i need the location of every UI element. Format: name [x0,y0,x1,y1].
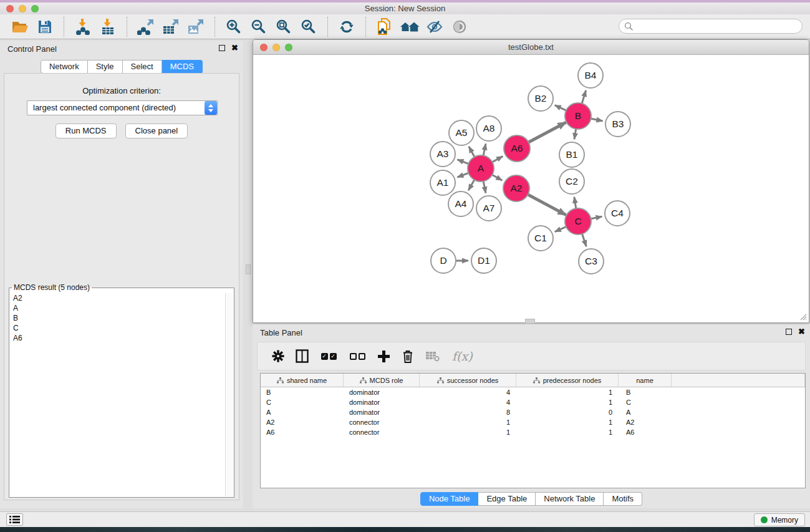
node-B2[interactable]: B2 [528,86,553,111]
import-table-icon[interactable] [97,17,118,37]
refresh-layout-icon[interactable] [336,17,357,37]
delete-row-icon[interactable] [402,347,414,365]
show-all-icon[interactable] [449,17,470,37]
zoom-out-icon[interactable] [248,17,269,37]
tab-mcds[interactable]: MCDS [162,60,203,74]
resize-grip-icon[interactable] [798,312,807,321]
minimize-window-button[interactable] [19,5,26,12]
tab-select[interactable]: Select [123,60,162,74]
svg-text:A7: A7 [483,203,495,213]
split-columns-icon[interactable] [296,347,309,365]
table-cell: A [619,407,672,417]
column-header-successor-nodes[interactable]: successor nodes [420,374,516,387]
export-table-icon[interactable] [160,17,181,37]
node-A8[interactable]: A8 [476,116,501,141]
search-input[interactable] [619,19,803,34]
close-window-button[interactable] [6,5,14,12]
close-network-button[interactable] [260,44,268,51]
table-settings-icon[interactable] [272,347,284,365]
node-C4[interactable]: C4 [605,201,630,226]
node-A3[interactable]: A3 [430,142,455,167]
close-table-panel-icon[interactable]: ✖ [798,329,805,335]
zoom-selected-icon[interactable] [298,17,319,37]
tab-network-table[interactable]: Network Table [536,492,604,506]
tab-motifs[interactable]: Motifs [604,492,642,506]
node-A4[interactable]: A4 [448,191,473,216]
network-canvas[interactable]: AA1A2A3A4A5A6A7A8BB1B2B3B4CC1C2C3C4DD1 [254,56,808,322]
node-A1[interactable]: A1 [430,170,455,195]
import-network-icon[interactable] [72,17,94,37]
maximize-network-button[interactable] [285,44,292,51]
tab-network[interactable]: Network [41,60,88,74]
mcds-result-list[interactable]: A2ABCA6 [10,293,224,496]
duplicate-network-icon[interactable] [374,17,395,37]
control-panel: Control Panel ✖ NetworkStyleSelectMCDS O… [0,41,243,508]
node-B1[interactable]: B1 [559,142,584,167]
mcds-result-item[interactable]: B [10,313,224,323]
node-A6[interactable]: A6 [504,135,530,162]
minimize-network-button[interactable] [272,44,280,51]
deselect-all-icon[interactable] [349,347,366,365]
tab-edge-table[interactable]: Edge Table [478,492,536,506]
table-row[interactable]: Adominator80A [261,407,805,417]
node-C[interactable]: C [565,208,591,235]
mcds-result-item[interactable]: A2 [10,293,224,303]
zoom-fit-icon[interactable] [273,17,294,37]
maximize-window-button[interactable] [31,5,39,12]
toolbar-separator [215,17,215,37]
node-A2[interactable]: A2 [503,175,529,201]
zoom-in-icon[interactable] [223,17,244,37]
node-C1[interactable]: C1 [528,226,553,251]
node-A[interactable]: A [468,155,494,181]
node-C2[interactable]: C2 [559,169,584,194]
close-panel-icon[interactable]: ✖ [231,45,238,51]
table-panel-tabs: Node TableEdge TableNetwork TableMotifs [253,492,810,506]
column-header-name[interactable]: name [619,374,672,387]
export-network-icon[interactable] [135,17,157,37]
mcds-result-box: MCDS result (5 nodes) A2ABCA6 [9,283,234,498]
add-row-icon[interactable] [377,347,390,365]
home-view-icon[interactable] [399,17,420,37]
network-graph[interactable]: AA1A2A3A4A5A6A7A8BB1B2B3B4CC1C2C3C4DD1 [254,56,809,322]
open-session-icon[interactable] [9,17,31,37]
node-B3[interactable]: B3 [605,112,630,137]
node-D[interactable]: D [431,248,456,273]
save-session-icon[interactable] [34,17,55,37]
node-B4[interactable]: B4 [578,63,603,88]
tab-style[interactable]: Style [88,60,123,74]
node-C3[interactable]: C3 [579,249,604,274]
memory-status-dot-icon [761,516,768,523]
vertical-splitter-handle[interactable] [246,264,251,274]
show-panels-button[interactable] [6,513,23,526]
column-header-shared-name[interactable]: shared name [261,374,344,387]
result-scrollbar[interactable] [225,293,233,496]
node-A7[interactable]: A7 [476,196,501,221]
hide-selected-icon[interactable] [424,17,445,37]
table-row[interactable]: A6connector11A6 [261,427,805,437]
unchecked-checkbox-icon [350,353,357,360]
table-row[interactable]: Cdominator41C [261,397,805,407]
column-header-predecessor-nodes[interactable]: predecessor nodes [516,374,619,387]
float-panel-icon[interactable] [219,45,225,51]
float-table-panel-icon[interactable] [786,329,792,335]
column-header-MCDS-role[interactable]: MCDS role [344,374,420,387]
node-A5[interactable]: A5 [449,120,474,145]
memory-button[interactable]: Memory [754,513,805,526]
table-cell: dominator [344,387,420,397]
select-all-icon[interactable]: ✓✓ [320,347,337,365]
mcds-result-item[interactable]: C [10,323,224,333]
tab-node-table[interactable]: Node Table [420,492,479,506]
run-mcds-button[interactable]: Run MCDS [55,123,117,138]
mcds-result-item[interactable]: A [10,303,224,313]
table-row[interactable]: Bdominator41B [261,387,805,397]
node-D1[interactable]: D1 [471,248,496,273]
table-row[interactable]: A2connector11A2 [261,417,805,427]
mcds-result-item[interactable]: A6 [10,333,224,343]
horizontal-splitter-handle[interactable] [525,319,535,324]
export-image-icon[interactable] [185,17,206,37]
table-cell: dominator [344,397,420,407]
node-B[interactable]: B [565,103,591,129]
criterion-dropdown[interactable]: largest connected component (directed) [27,100,218,115]
close-panel-button[interactable]: Close panel [125,123,188,138]
network-window-titlebar[interactable]: testGlobe.txt [253,40,809,55]
